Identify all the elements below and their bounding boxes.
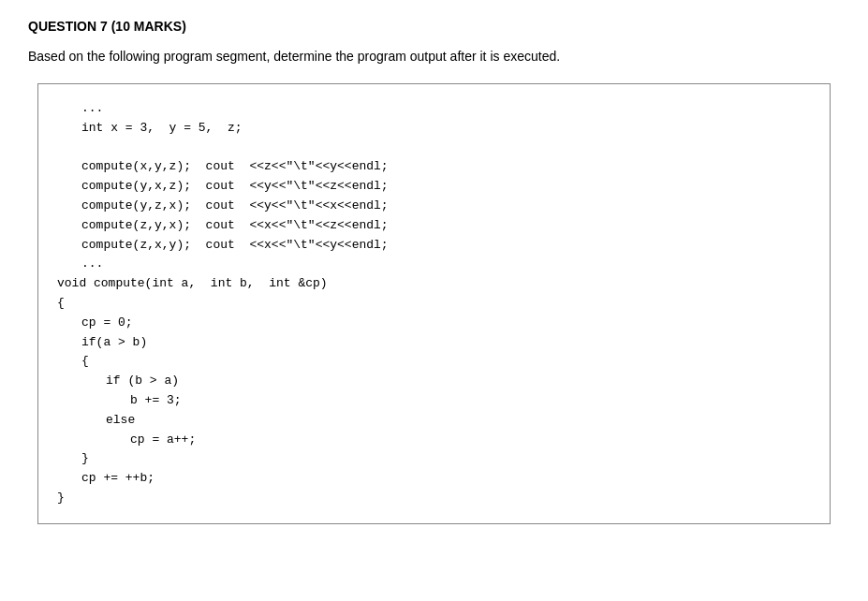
question-description: Based on the following program segment, … xyxy=(28,47,840,66)
code-func-sig: void compute(int a, int b, int &cp) xyxy=(57,274,811,294)
code-compute5: compute(z,x,y); cout <<x<<"\t"<<y<<endl; xyxy=(57,236,811,256)
code-else: else xyxy=(57,411,811,431)
code-if-ba: if (b > a) xyxy=(57,372,811,391)
code-b-inc: b += 3; xyxy=(57,391,811,411)
code-cp-assign: cp = 0; xyxy=(57,314,811,333)
code-compute3: compute(y,z,x); cout <<y<<"\t"<<x<<endl; xyxy=(57,197,811,216)
code-cp-b: cp += ++b; xyxy=(57,469,811,489)
code-compute4: compute(z,y,x); cout <<x<<"\t"<<z<<endl; xyxy=(57,216,811,236)
code-blank1 xyxy=(57,139,811,158)
question-header: QUESTION 7 (10 MARKS) xyxy=(28,19,840,34)
page-container: QUESTION 7 (10 MARKS) Based on the follo… xyxy=(28,19,840,524)
code-box: ... int x = 3, y = 5, z; compute(x,y,z);… xyxy=(37,83,831,524)
code-compute2: compute(y,x,z); cout <<y<<"\t"<<z<<endl; xyxy=(57,177,811,197)
code-ellipsis1: ... xyxy=(57,99,811,119)
code-brace-open: { xyxy=(57,294,811,314)
code-compute1: compute(x,y,z); cout <<z<<"\t"<<y<<endl; xyxy=(57,157,811,177)
code-cp-a: cp = a++; xyxy=(57,431,811,450)
code-ellipsis2: ... xyxy=(57,255,811,274)
code-int-line: int x = 3, y = 5, z; xyxy=(57,119,811,139)
code-brace2-open: { xyxy=(57,352,811,372)
code-if-ab: if(a > b) xyxy=(57,333,811,353)
code-brace2-close: } xyxy=(57,449,811,469)
code-brace-close: } xyxy=(57,489,811,508)
